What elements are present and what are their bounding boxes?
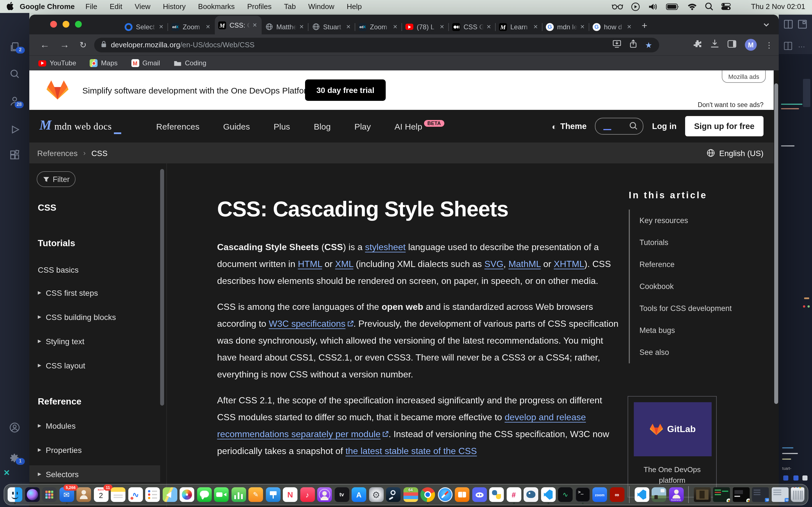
dock-window-thumb-chrome-1[interactable] bbox=[713, 487, 730, 502]
vscode-split-editor-icon[interactable] bbox=[784, 20, 793, 31]
toc-item-tools-for-css-development[interactable]: Tools for CSS development bbox=[640, 297, 771, 320]
menu-item-history[interactable]: History bbox=[157, 2, 192, 11]
tab-zoom[interactable]: edXZoom✕ bbox=[355, 19, 402, 34]
vscode-account-icon[interactable] bbox=[9, 422, 20, 436]
downloads-icon[interactable] bbox=[711, 40, 719, 50]
vscode-extensions-icon[interactable] bbox=[9, 150, 20, 163]
sidebar-item-css-layout[interactable]: ▶CSS layout bbox=[38, 360, 85, 371]
vscode-explorer-icon[interactable]: 2 bbox=[9, 41, 20, 55]
dock-vscode-2[interactable] bbox=[635, 487, 649, 502]
dock-messages[interactable] bbox=[197, 487, 211, 502]
dock-teamviewer-business[interactable]: business bbox=[669, 487, 683, 502]
reload-icon[interactable]: ↻ bbox=[74, 41, 92, 49]
dock-numbers[interactable] bbox=[231, 487, 246, 502]
dock-python[interactable] bbox=[489, 487, 504, 502]
vscode-status-icon[interactable] bbox=[794, 475, 799, 481]
nav-guides[interactable]: Guides bbox=[223, 121, 250, 131]
toc-item-reference[interactable]: Reference bbox=[640, 253, 771, 276]
tab-close-icon[interactable]: ✕ bbox=[485, 24, 492, 30]
tab-close-icon[interactable]: ✕ bbox=[392, 24, 399, 30]
nav-plus[interactable]: Plus bbox=[274, 121, 290, 131]
dock-steam[interactable] bbox=[386, 487, 401, 502]
dismiss-ads-link[interactable]: Don't want to see ads? bbox=[698, 101, 763, 108]
dock-terminal[interactable]: >_ bbox=[575, 487, 590, 502]
minimize-button[interactable] bbox=[63, 21, 69, 27]
sidebar-filter-button[interactable]: Filter bbox=[37, 171, 75, 187]
control-center-icon[interactable] bbox=[721, 3, 731, 10]
tab-close-icon[interactable]: ✕ bbox=[345, 24, 352, 30]
article-link[interactable]: the latest stable state of the CSS bbox=[345, 446, 477, 456]
mdn-logo[interactable]: M mdn web docs bbox=[40, 118, 121, 133]
dock-notes[interactable] bbox=[111, 487, 125, 502]
menu-item-file[interactable]: File bbox=[79, 2, 103, 11]
tab-learn[interactable]: MLearn✕ bbox=[496, 19, 543, 34]
article-link[interactable]: SVG bbox=[485, 259, 504, 269]
dock-discord[interactable] bbox=[472, 487, 487, 502]
sidebar-item-css-building-blocks[interactable]: ▶CSS building blocks bbox=[38, 312, 116, 323]
menu-item-view[interactable]: View bbox=[129, 2, 157, 11]
dock-window-thumb-mail-1[interactable]: ✉ bbox=[752, 487, 769, 502]
back-icon[interactable]: ← bbox=[35, 40, 55, 50]
tab-search-icon[interactable] bbox=[763, 20, 770, 31]
toc-item-cookbook[interactable]: Cookbook bbox=[640, 276, 771, 297]
spotlight-search-icon[interactable] bbox=[705, 2, 713, 11]
address-bar[interactable]: developer.mozilla.org/en-US/docs/Web/CSS… bbox=[94, 38, 659, 52]
login-link[interactable]: Log in bbox=[652, 122, 677, 131]
language-switcher[interactable]: English (US) bbox=[707, 143, 763, 163]
menu-bar-clock[interactable]: Thu 2 Nov 02:01 bbox=[751, 2, 805, 11]
gitlab-side-ad[interactable]: GitLab The One DevOps platform bbox=[627, 396, 717, 497]
tab-select[interactable]: Select✕ bbox=[121, 19, 168, 34]
chrome-menu-kebab-icon[interactable]: ⋮ bbox=[765, 40, 773, 49]
tab-close-icon[interactable]: ✕ bbox=[298, 24, 305, 30]
battery-icon[interactable] bbox=[666, 3, 679, 10]
dock-launchpad[interactable] bbox=[42, 487, 57, 502]
article-link[interactable]: XHTML bbox=[554, 259, 584, 269]
toc-item-see-also[interactable]: See also bbox=[640, 341, 771, 363]
menu-item-profiles[interactable]: Profiles bbox=[241, 2, 278, 11]
menu-item-edit[interactable]: Edit bbox=[103, 2, 129, 11]
dock-app-store[interactable]: A bbox=[352, 487, 366, 502]
extensions-puzzle-icon[interactable] bbox=[693, 39, 702, 50]
dock-tv[interactable]: tv bbox=[335, 487, 349, 502]
play-circle-icon[interactable] bbox=[631, 2, 640, 11]
bookmark-star-icon[interactable]: ★ bbox=[645, 40, 652, 49]
vscode-settings-gear-icon[interactable]: 1 bbox=[9, 452, 20, 466]
nav-references[interactable]: References bbox=[156, 121, 199, 131]
sidebar-item-properties[interactable]: ▶Properties bbox=[38, 445, 82, 456]
nav-blog[interactable]: Blog bbox=[314, 121, 331, 131]
nav-ai-help[interactable]: AI HelpBETA bbox=[395, 121, 442, 131]
dock-window-thumb-mail-2[interactable]: ✉ bbox=[771, 487, 788, 502]
new-tab-button[interactable]: + bbox=[636, 17, 653, 34]
tab-zoom[interactable]: edXZoom✕ bbox=[168, 19, 215, 34]
bookmark-youtube[interactable]: YouTube bbox=[38, 59, 76, 67]
article-link[interactable]: HTML bbox=[298, 259, 322, 269]
sidebar-item-modules[interactable]: ▶Modules bbox=[38, 420, 75, 432]
dock-books[interactable] bbox=[455, 487, 469, 502]
tab-close-icon[interactable]: ✕ bbox=[579, 24, 586, 30]
article-link[interactable]: MathML bbox=[508, 259, 541, 269]
dock-mail[interactable]: ✉5,266 bbox=[59, 487, 74, 502]
tab-mdn-le[interactable]: Gmdn le✕ bbox=[543, 19, 589, 34]
vscode-layout-icon[interactable] bbox=[798, 20, 807, 31]
close-button[interactable] bbox=[50, 21, 57, 27]
menu-item-tab[interactable]: Tab bbox=[278, 2, 302, 11]
tab--78-l[interactable]: (78) L✕ bbox=[402, 19, 449, 34]
dock-bluestacks[interactable]: 64 bbox=[403, 487, 418, 502]
dock-vscode[interactable] bbox=[541, 487, 555, 502]
vscode-status-icon[interactable] bbox=[802, 475, 808, 481]
dock-finder[interactable] bbox=[8, 487, 22, 502]
sidebar-item-styling-text[interactable]: ▶Styling text bbox=[38, 336, 84, 347]
nav-play[interactable]: Play bbox=[354, 121, 371, 131]
tab-stuart[interactable]: Stuart✕ bbox=[308, 19, 355, 34]
forward-icon[interactable]: → bbox=[55, 40, 74, 50]
dock-reminders[interactable] bbox=[145, 487, 160, 502]
wifi-icon[interactable] bbox=[688, 3, 697, 10]
side-panel-icon[interactable] bbox=[727, 40, 737, 50]
tab-close-icon[interactable]: ✕ bbox=[532, 24, 539, 30]
dock-keynote[interactable] bbox=[266, 487, 280, 502]
vscode-run-debug-icon[interactable] bbox=[9, 124, 20, 137]
glasses-icon[interactable] bbox=[612, 3, 623, 10]
tab-how-d[interactable]: Ghow d✕ bbox=[589, 19, 636, 34]
bookmark-coding[interactable]: Coding bbox=[174, 59, 206, 67]
menu-app-name[interactable]: Google Chrome bbox=[20, 2, 75, 11]
